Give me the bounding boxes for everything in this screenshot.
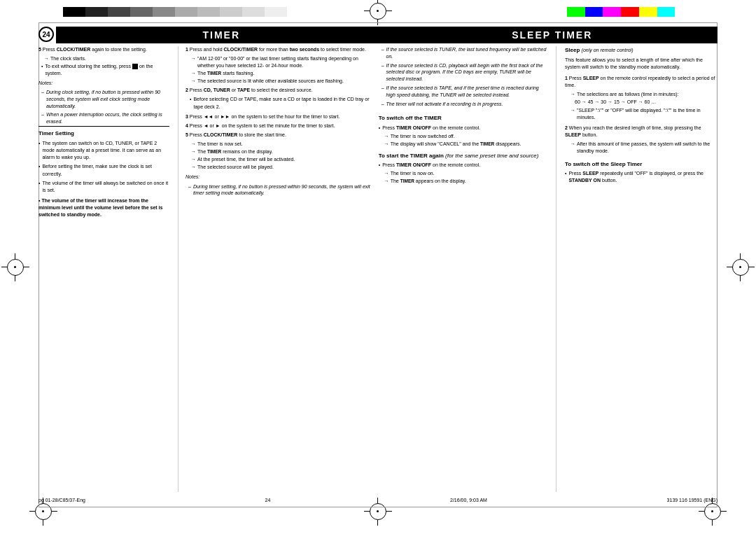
ts-bullet-2: •Before setting the timer, make sure the… — [38, 163, 169, 177]
col-middle: 1 Press and hold CLOCK/TIMER for more th… — [178, 46, 556, 492]
sleep-sequence: 60 → 45 → 30 → 15 → OFF → 60 … — [575, 99, 718, 106]
sleep-bold-2: SLEEP — [565, 132, 581, 137]
m-step1-arrow2: →The TIMER starts flashing. — [191, 70, 373, 77]
note-left-2: –When a power interruption occurs, the c… — [41, 111, 169, 125]
m-step1-num: 1 — [186, 47, 190, 52]
middle-inner: 1 Press and hold CLOCK/TIMER for more th… — [186, 46, 549, 198]
col-middle-left: 1 Press and hold CLOCK/TIMER for more th… — [186, 46, 373, 198]
ts-bullet-3: •The volume of the timer will always be … — [38, 180, 169, 194]
color-bar-right — [567, 7, 693, 17]
m-cd-tuner: CD, TUNER — [204, 87, 230, 92]
mr-note-4: –The timer will not activate if a record… — [382, 101, 549, 108]
m-step2-bullet: •Before selecting CD or TAPE, make sure … — [190, 96, 373, 110]
m-step1-arrow1: →"AM 12·00" or "00·00" or the last timer… — [191, 55, 373, 69]
note-middle-1: –During timer setting, if no button is p… — [188, 183, 373, 197]
warning-block: • The volume of the timer will increase … — [38, 197, 169, 218]
left-crosshair — [7, 259, 24, 276]
switch-off-bullet: •Press TIMER ON/OFF on the remote contro… — [379, 125, 549, 132]
clock-timer-bold-1: CLOCK/TIMER — [57, 47, 91, 52]
sleep-intro: This feature allows you to select a leng… — [565, 57, 718, 71]
m-step5-arrow3: →At the preset time, the timer will be a… — [191, 156, 373, 163]
main-content: 24 TIMER SLEEP TIMER 5 Press CLOCK/TIMER… — [38, 27, 718, 506]
divider-left — [38, 126, 169, 127]
switch-off-arrow1: →The timer is now switched off. — [384, 133, 549, 140]
start-again-arrow2: →The TIMER appears on the display. — [384, 178, 549, 185]
stop-button-icon — [132, 64, 138, 69]
ts-bullet-1: •The system can switch on to CD, TUNER, … — [38, 140, 169, 161]
r-step1-arrow1: →The selections are as follows (time in … — [570, 91, 718, 98]
timer-setting-heading: Timer Setting — [38, 129, 169, 138]
step5-arrow1: →The clock starts. — [44, 55, 169, 62]
content-area: 5 Press CLOCK/TIMER again to store the s… — [38, 46, 718, 492]
switch-off-timer-heading: To switch off the TIMER — [379, 114, 549, 122]
m-step5-arrow2: →The TIMER remains on the display. — [191, 148, 373, 155]
r-step2-arrow1: →After this amount of time passes, the s… — [570, 141, 718, 155]
notes-heading-left: Notes: — [38, 80, 169, 87]
footer-right: 3139 116 19591 (ENG) — [667, 498, 718, 503]
switch-off-sleep-bullet: •Press SLEEP repeatedly until "OFF" is d… — [565, 170, 718, 184]
switch-off-sleep-heading: To switch off the Sleep Timer — [565, 160, 718, 169]
m-step1-arrow3: →The selected source is lit while other … — [191, 78, 373, 85]
footer-date: 2/16/00, 9:03 AM — [450, 498, 487, 503]
title-sleep-timer: SLEEP TIMER — [387, 27, 718, 43]
standby-on: STANDBY ON — [568, 178, 601, 183]
page-number: 24 — [38, 27, 54, 42]
start-again-arrow1: →The timer is now on. — [384, 170, 549, 177]
step5-num: 5 — [38, 47, 43, 52]
m-step3-num: 3 — [186, 114, 190, 119]
sleep-bold-1: SLEEP — [583, 76, 599, 80]
page-outer: 24 TIMER SLEEP TIMER 5 Press CLOCK/TIMER… — [0, 0, 756, 534]
grayscale-bar — [63, 7, 287, 17]
start-again-bullet: •Press TIMER ON/OFF on the remote contro… — [379, 162, 549, 169]
m-step4-num: 4 — [186, 123, 190, 128]
col-right: Sleep (only on remote control) This feat… — [556, 46, 718, 492]
r-step2-num: 2 — [565, 125, 569, 130]
start-again-heading: To start the TIMER again (for the same p… — [379, 152, 549, 160]
title-bar: TIMER SLEEP TIMER — [56, 27, 718, 43]
mr-note-1: –If the source selected is TUNER, the la… — [382, 46, 549, 60]
mr-note-3: –If the source selected is TAPE, and if … — [382, 85, 549, 99]
m-step2-num: 2 — [186, 87, 190, 92]
m-step5-num: 5 — [186, 132, 190, 137]
m-step5-arrow4: →The selected source will be played. — [191, 164, 373, 171]
sleep-sub: (only on remote control) — [582, 48, 634, 52]
r-step1-num: 1 — [565, 76, 569, 80]
switch-off-arrow2: →The display will show "CANCEL" and the … — [384, 141, 549, 148]
step5-bullet1: •To exit without storing the setting, pr… — [41, 63, 169, 77]
note-left-1: –During clock setting, if no button is p… — [41, 89, 169, 109]
right-crosshair — [732, 259, 749, 276]
notes-heading-middle: Notes: — [186, 174, 373, 181]
title-timer: TIMER — [56, 27, 387, 43]
footer-center: 24 — [265, 498, 271, 503]
footer-left: pg 01-28/C85/37-Eng — [38, 498, 85, 503]
m-clock-timer-1: CLOCK/TIMER — [224, 47, 258, 52]
col-left: 5 Press CLOCK/TIMER again to store the s… — [38, 46, 178, 492]
sleep-heading: Sleep — [565, 47, 582, 53]
r-step1-arrow2: →"SLEEP ":\"" or "OFF" will be displayed… — [570, 107, 718, 121]
footer: pg 01-28/C85/37-Eng 24 2/16/00, 9:03 AM … — [38, 498, 718, 503]
m-step5-arrow1: →The timer is now set. — [191, 141, 373, 148]
mr-note-2: –If the source selected is CD, playback … — [382, 62, 549, 83]
top-crosshair — [370, 3, 386, 20]
col-middle-right: –If the source selected is TUNER, the la… — [379, 46, 549, 198]
